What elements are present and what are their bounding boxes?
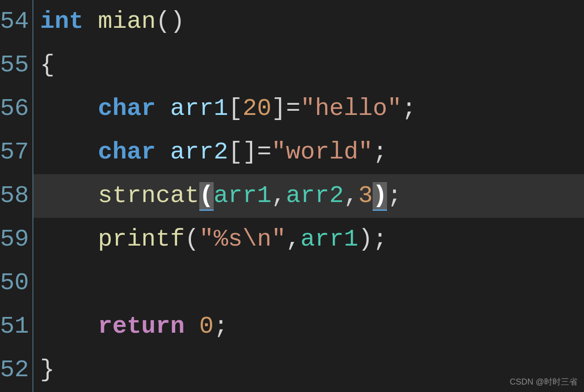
function-printf: printf: [98, 226, 184, 253]
bracket-open: [: [228, 139, 242, 166]
line-number: 52: [0, 348, 32, 392]
line-number: 50: [0, 261, 32, 305]
arg-arr2: arr2: [286, 182, 344, 209]
code-line-62[interactable]: }: [33, 348, 584, 392]
string-hello: "hello": [300, 95, 401, 122]
code-line-60[interactable]: [33, 261, 584, 305]
indent: [40, 139, 98, 166]
format-string: "%s\n": [199, 226, 286, 253]
paren-close-matched: ): [373, 182, 387, 211]
indent: [40, 226, 98, 253]
equals: =: [257, 139, 272, 166]
semicolon: ;: [402, 95, 416, 122]
paren-close: ): [170, 8, 184, 35]
code-area[interactable]: int mian() { char arr1[20]="hello"; char…: [33, 0, 584, 392]
watermark-text: CSDN @时时三省: [510, 376, 578, 387]
brace-close: }: [40, 356, 54, 384]
line-number: 59: [0, 218, 32, 261]
bracket-close: ]: [242, 139, 257, 166]
brace-open: {: [40, 51, 54, 79]
semicolon: ;: [373, 139, 387, 166]
space: [156, 139, 170, 166]
function-strncat: strncat: [98, 182, 199, 209]
paren-open: (: [156, 8, 170, 35]
arg-arr1: arr1: [300, 226, 358, 253]
space: [184, 313, 199, 340]
code-line-57[interactable]: char arr2[]="world";: [33, 131, 584, 174]
line-number: 58: [0, 174, 32, 218]
line-number: 54: [0, 0, 32, 44]
comma: ,: [286, 226, 300, 253]
line-number: 56: [0, 87, 32, 131]
code-line-58-current[interactable]: strncat(arr1,arr2,3);: [33, 174, 584, 218]
number-20: 20: [242, 95, 271, 122]
function-name: mian: [98, 8, 156, 35]
paren-open-matched: (: [199, 182, 214, 211]
bracket-open: [: [228, 95, 242, 122]
line-number: 51: [0, 305, 32, 348]
identifier-arr1: arr1: [170, 95, 228, 122]
identifier-arr2: arr2: [170, 139, 228, 166]
semicolon: ;: [373, 226, 387, 253]
indent: [40, 313, 98, 340]
code-editor: 54 55 56 57 58 59 50 51 52 int mian() { …: [0, 0, 584, 392]
line-number: 57: [0, 131, 32, 174]
paren-close: ): [358, 226, 373, 253]
indent: [40, 182, 98, 209]
arg-arr1: arr1: [214, 182, 272, 209]
space: [83, 8, 98, 35]
string-world: "world": [272, 139, 373, 166]
paren-open: (: [184, 226, 199, 253]
semicolon: ;: [214, 313, 228, 340]
code-line-54[interactable]: int mian(): [33, 0, 584, 44]
code-line-61[interactable]: return 0;: [33, 305, 584, 348]
arg-3: 3: [358, 182, 373, 209]
code-line-55[interactable]: {: [33, 44, 584, 87]
keyword-return: return: [98, 313, 184, 340]
code-line-56[interactable]: char arr1[20]="hello";: [33, 87, 584, 131]
code-line-59[interactable]: printf("%s\n",arr1);: [33, 218, 584, 261]
comma: ,: [272, 182, 286, 209]
line-number-gutter: 54 55 56 57 58 59 50 51 52: [0, 0, 33, 392]
keyword-char: char: [98, 139, 156, 166]
indent: [40, 95, 98, 122]
semicolon: ;: [387, 182, 401, 209]
keyword-int: int: [40, 8, 83, 35]
equals: =: [286, 95, 300, 122]
comma: ,: [344, 182, 358, 209]
bracket-close: ]: [272, 95, 286, 122]
keyword-char: char: [98, 95, 156, 122]
space: [156, 95, 170, 122]
line-number: 55: [0, 44, 32, 87]
number-0: 0: [199, 313, 214, 340]
